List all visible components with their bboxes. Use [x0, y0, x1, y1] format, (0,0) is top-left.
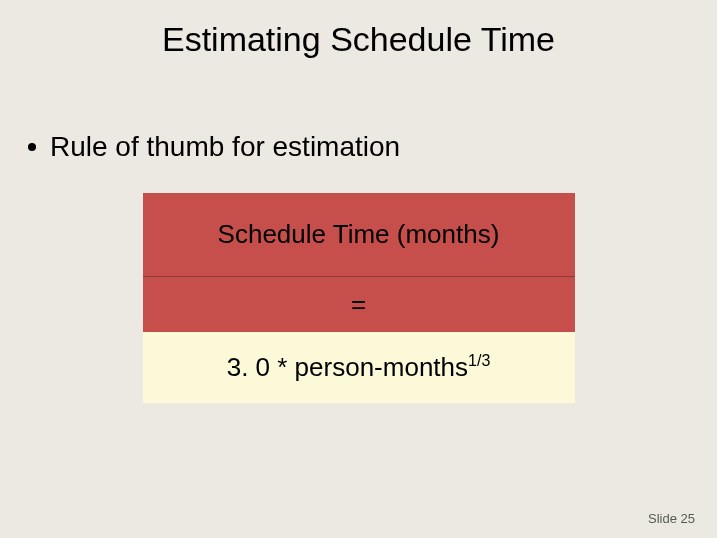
formula-equals: = [143, 277, 575, 332]
slide-title: Estimating Schedule Time [0, 0, 717, 59]
formula-exponent: 1/3 [468, 352, 490, 369]
formula-line-2: 3. 0 * person-months1/3 [143, 332, 575, 403]
slide-number-value: 25 [681, 511, 695, 526]
bullet-dot-icon [28, 143, 36, 151]
bullet-text: Rule of thumb for estimation [50, 131, 400, 163]
formula-box: Schedule Time (months) = 3. 0 * person-m… [143, 193, 575, 403]
formula-line-1: Schedule Time (months) [143, 193, 575, 277]
formula-base: 3. 0 * person-months [227, 352, 468, 382]
slide-label: Slide [648, 511, 677, 526]
slide-number: Slide 25 [648, 511, 695, 526]
bullet-item: Rule of thumb for estimation [28, 131, 717, 163]
